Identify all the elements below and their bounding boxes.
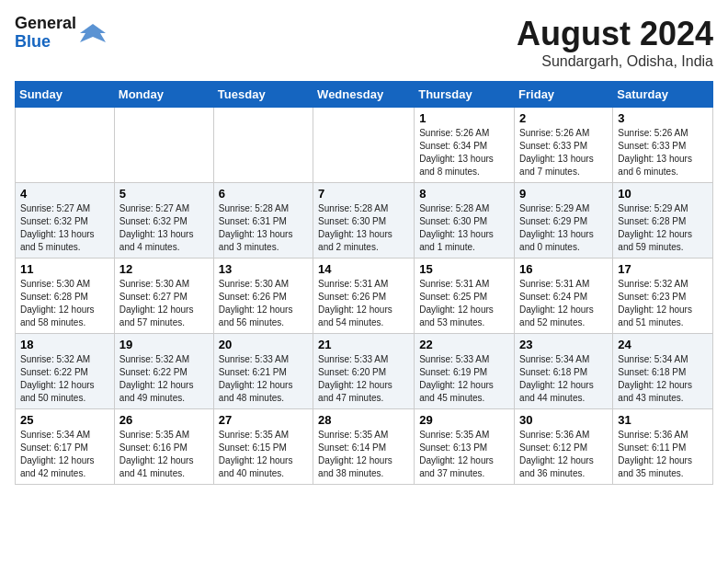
calendar-cell: 21Sunrise: 5:33 AM Sunset: 6:20 PM Dayli… [313,334,415,409]
calendar-cell: 14Sunrise: 5:31 AM Sunset: 6:26 PM Dayli… [313,259,415,334]
day-info: Sunrise: 5:29 AM Sunset: 6:29 PM Dayligh… [519,202,608,254]
day-number: 8 [419,187,509,201]
header-monday: Monday [114,82,213,108]
day-info: Sunrise: 5:36 AM Sunset: 6:12 PM Dayligh… [519,429,608,480]
day-number: 15 [419,262,509,276]
calendar-cell: 9Sunrise: 5:29 AM Sunset: 6:29 PM Daylig… [515,183,613,259]
week-row-1: 1Sunrise: 5:26 AM Sunset: 6:34 PM Daylig… [16,108,713,183]
day-number: 1 [419,111,509,125]
header-friday: Friday [515,82,613,108]
calendar-cell: 29Sunrise: 5:35 AM Sunset: 6:13 PM Dayli… [415,409,515,485]
calendar-cell: 27Sunrise: 5:35 AM Sunset: 6:15 PM Dayli… [213,409,313,485]
calendar-cell: 8Sunrise: 5:28 AM Sunset: 6:30 PM Daylig… [415,183,515,259]
day-number: 20 [219,338,308,351]
day-info: Sunrise: 5:33 AM Sunset: 6:19 PM Dayligh… [419,353,509,405]
week-row-4: 18Sunrise: 5:32 AM Sunset: 6:22 PM Dayli… [16,334,713,409]
calendar-cell: 10Sunrise: 5:29 AM Sunset: 6:28 PM Dayli… [613,183,713,259]
day-number: 31 [618,413,708,427]
week-row-5: 25Sunrise: 5:34 AM Sunset: 6:17 PM Dayli… [16,409,713,485]
calendar-cell: 1Sunrise: 5:26 AM Sunset: 6:34 PM Daylig… [415,108,515,183]
day-info: Sunrise: 5:32 AM Sunset: 6:22 PM Dayligh… [119,353,209,405]
calendar-cell: 19Sunrise: 5:32 AM Sunset: 6:22 PM Dayli… [114,334,213,409]
day-number: 12 [119,262,209,276]
day-info: Sunrise: 5:28 AM Sunset: 6:30 PM Dayligh… [419,202,509,254]
calendar-header: SundayMondayTuesdayWednesdayThursdayFrid… [16,82,713,108]
day-number: 17 [618,262,708,276]
day-number: 18 [20,338,109,351]
logo-line2: Blue [15,33,76,52]
day-info: Sunrise: 5:32 AM Sunset: 6:23 PM Dayligh… [618,278,708,329]
day-info: Sunrise: 5:28 AM Sunset: 6:30 PM Dayligh… [318,202,409,254]
day-info: Sunrise: 5:35 AM Sunset: 6:15 PM Dayligh… [219,429,308,480]
header-saturday: Saturday [613,82,713,108]
day-number: 6 [219,187,308,201]
calendar-cell [114,108,213,183]
day-info: Sunrise: 5:32 AM Sunset: 6:22 PM Dayligh… [20,353,109,405]
calendar-cell: 30Sunrise: 5:36 AM Sunset: 6:12 PM Dayli… [515,409,613,485]
calendar-cell: 5Sunrise: 5:27 AM Sunset: 6:32 PM Daylig… [114,183,213,259]
calendar-cell: 18Sunrise: 5:32 AM Sunset: 6:22 PM Dayli… [16,334,115,409]
week-row-3: 11Sunrise: 5:30 AM Sunset: 6:28 PM Dayli… [16,259,713,334]
calendar-body: 1Sunrise: 5:26 AM Sunset: 6:34 PM Daylig… [16,108,713,485]
calendar-cell: 31Sunrise: 5:36 AM Sunset: 6:11 PM Dayli… [613,409,713,485]
logo: General Blue [15,15,106,52]
calendar-cell: 22Sunrise: 5:33 AM Sunset: 6:19 PM Dayli… [415,334,515,409]
day-number: 21 [318,338,409,351]
day-info: Sunrise: 5:28 AM Sunset: 6:31 PM Dayligh… [219,202,308,254]
page-title: August 2024 [517,15,713,53]
page-header: General Blue August 2024 Sundargarh, Odi… [15,15,713,70]
day-info: Sunrise: 5:27 AM Sunset: 6:32 PM Dayligh… [20,202,109,254]
header-sunday: Sunday [16,82,115,108]
day-info: Sunrise: 5:31 AM Sunset: 6:26 PM Dayligh… [318,278,409,329]
day-number: 27 [219,413,308,427]
day-info: Sunrise: 5:29 AM Sunset: 6:28 PM Dayligh… [618,202,708,254]
calendar-cell: 7Sunrise: 5:28 AM Sunset: 6:30 PM Daylig… [313,183,415,259]
day-info: Sunrise: 5:35 AM Sunset: 6:13 PM Dayligh… [419,429,509,480]
day-number: 30 [519,413,608,427]
day-number: 28 [318,413,409,427]
header-wednesday: Wednesday [313,82,415,108]
day-number: 5 [119,187,209,201]
calendar-cell: 23Sunrise: 5:34 AM Sunset: 6:18 PM Dayli… [515,334,613,409]
page-subtitle: Sundargarh, Odisha, India [517,53,713,70]
day-number: 24 [618,338,708,351]
day-info: Sunrise: 5:34 AM Sunset: 6:17 PM Dayligh… [20,429,109,480]
day-number: 7 [318,187,409,201]
day-info: Sunrise: 5:30 AM Sunset: 6:28 PM Dayligh… [20,278,109,329]
calendar-cell: 25Sunrise: 5:34 AM Sunset: 6:17 PM Dayli… [16,409,115,485]
week-row-2: 4Sunrise: 5:27 AM Sunset: 6:32 PM Daylig… [16,183,713,259]
day-number: 14 [318,262,409,276]
day-number: 9 [519,187,608,201]
title-area: August 2024 Sundargarh, Odisha, India [517,15,713,70]
day-info: Sunrise: 5:33 AM Sunset: 6:21 PM Dayligh… [219,353,308,405]
calendar-cell: 12Sunrise: 5:30 AM Sunset: 6:27 PM Dayli… [114,259,213,334]
calendar-cell: 13Sunrise: 5:30 AM Sunset: 6:26 PM Dayli… [213,259,313,334]
day-number: 10 [618,187,708,201]
day-info: Sunrise: 5:36 AM Sunset: 6:11 PM Dayligh… [618,429,708,480]
header-tuesday: Tuesday [213,82,313,108]
day-info: Sunrise: 5:34 AM Sunset: 6:18 PM Dayligh… [519,353,608,405]
day-info: Sunrise: 5:31 AM Sunset: 6:24 PM Dayligh… [519,278,608,329]
day-number: 26 [119,413,209,427]
svg-marker-0 [80,24,106,42]
day-info: Sunrise: 5:26 AM Sunset: 6:34 PM Dayligh… [419,127,509,178]
day-info: Sunrise: 5:26 AM Sunset: 6:33 PM Dayligh… [618,127,708,178]
calendar-cell: 16Sunrise: 5:31 AM Sunset: 6:24 PM Dayli… [515,259,613,334]
calendar-cell [16,108,115,183]
day-number: 16 [519,262,608,276]
logo-bird-icon [80,20,106,46]
calendar-cell: 26Sunrise: 5:35 AM Sunset: 6:16 PM Dayli… [114,409,213,485]
calendar-cell: 3Sunrise: 5:26 AM Sunset: 6:33 PM Daylig… [613,108,713,183]
calendar-table: SundayMondayTuesdayWednesdayThursdayFrid… [15,81,713,485]
calendar-cell: 11Sunrise: 5:30 AM Sunset: 6:28 PM Dayli… [16,259,115,334]
day-number: 22 [419,338,509,351]
calendar-cell: 28Sunrise: 5:35 AM Sunset: 6:14 PM Dayli… [313,409,415,485]
logo-line1: General [15,15,76,33]
calendar-cell: 6Sunrise: 5:28 AM Sunset: 6:31 PM Daylig… [213,183,313,259]
day-number: 29 [419,413,509,427]
day-number: 11 [20,262,109,276]
calendar-cell [213,108,313,183]
calendar-cell: 17Sunrise: 5:32 AM Sunset: 6:23 PM Dayli… [613,259,713,334]
day-number: 23 [519,338,608,351]
header-row: SundayMondayTuesdayWednesdayThursdayFrid… [16,82,713,108]
